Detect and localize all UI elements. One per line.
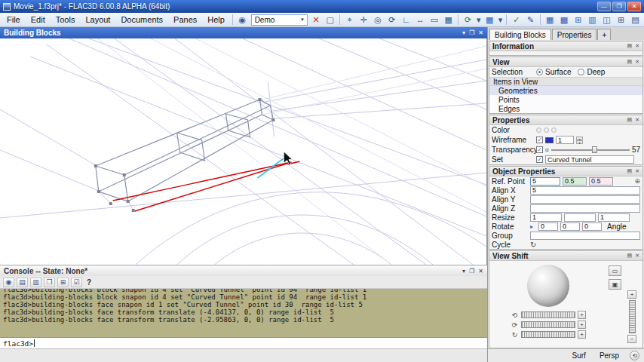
object-properties-close-icon[interactable]: ✕: [635, 168, 639, 174]
plot-dropdown-icon[interactable]: ▾: [498, 14, 504, 26]
data-icon[interactable]: ▥: [586, 14, 599, 26]
surface-radio-label[interactable]: Surface: [545, 68, 571, 76]
measure-icon[interactable]: ↔: [414, 14, 427, 26]
new-page-icon[interactable]: ▢: [324, 14, 336, 26]
view-shift-close-icon[interactable]: ✕: [635, 253, 639, 259]
zoom-out-button[interactable]: −: [627, 335, 636, 343]
save-log-icon[interactable]: ▥: [30, 278, 41, 287]
spin-down-icon[interactable]: ▾: [576, 140, 583, 144]
mesh-icon[interactable]: ▦: [544, 14, 557, 26]
fit-view-button[interactable]: ▣: [609, 279, 621, 290]
slider-handle[interactable]: [592, 146, 597, 153]
tile-windows-icon[interactable]: ⊞: [615, 14, 627, 26]
list-item-geometries[interactable]: Geometries: [489, 86, 642, 95]
orbit-icon[interactable]: ⟳: [385, 14, 398, 26]
cycle-icon[interactable]: ⟳: [462, 14, 474, 26]
snap-view-button[interactable]: ▭: [609, 265, 621, 276]
pane-float-icon[interactable]: ❐: [469, 29, 474, 36]
list-item-edges[interactable]: Edges: [489, 104, 642, 113]
rotate-x-field[interactable]: 0: [538, 222, 558, 231]
rotate-y-slider[interactable]: [521, 321, 575, 328]
select-icon[interactable]: ⌖: [343, 14, 356, 26]
resize-y-field[interactable]: [564, 213, 596, 222]
menu-item-tools[interactable]: Tools: [51, 14, 81, 25]
rotate-x-slider[interactable]: [521, 311, 575, 318]
surf-toggle-button[interactable]: Surf: [569, 351, 589, 360]
plane-icon[interactable]: ▭: [428, 14, 441, 26]
table-export-icon[interactable]: ⊞: [57, 278, 69, 287]
check-icon[interactable]: ✓: [510, 14, 523, 26]
align-y-field[interactable]: [530, 195, 640, 204]
color-swatch-1[interactable]: [536, 127, 541, 133]
pane-close-icon[interactable]: ✕: [478, 29, 483, 36]
console-menu-icon[interactable]: ▾: [462, 268, 465, 275]
edit-icon[interactable]: ✎: [524, 14, 537, 26]
color-swatch-3[interactable]: [551, 127, 557, 133]
information-collapse-icon[interactable]: ▤: [627, 43, 633, 49]
console-output[interactable]: flac3d>building-blocks block snapon id 4…: [0, 289, 487, 337]
view-select-dropdown[interactable]: Demo ▾: [251, 14, 308, 26]
rotate-z-plus-button[interactable]: +: [578, 330, 586, 339]
compass-icon[interactable]: ◉: [236, 14, 249, 26]
resize-z-field[interactable]: 1: [598, 213, 630, 222]
axes-icon[interactable]: ∟: [400, 14, 412, 26]
pan-icon[interactable]: ✛: [357, 14, 370, 26]
pane-menu-icon[interactable]: ▾: [462, 29, 465, 36]
tab-properties[interactable]: Properties: [552, 29, 597, 40]
close-button[interactable]: ✕: [627, 2, 641, 11]
zoom-icon[interactable]: ◎: [372, 14, 385, 26]
reset-view-button[interactable]: ⟲: [630, 351, 639, 360]
align-x-field[interactable]: 5: [530, 186, 640, 195]
rotate-y-plus-button[interactable]: +: [578, 321, 586, 329]
tab-add[interactable]: +: [597, 29, 611, 40]
trackball[interactable]: [527, 265, 569, 307]
zoom-slider[interactable]: [629, 300, 636, 333]
copy-icon[interactable]: ❐: [44, 278, 55, 287]
rotate-z-field[interactable]: 0: [582, 222, 602, 231]
list-item-points[interactable]: Points: [489, 95, 642, 104]
wireframe-width-field[interactable]: 1: [556, 136, 574, 144]
group-field[interactable]: [530, 232, 640, 240]
zones-icon[interactable]: ▩: [558, 14, 571, 26]
set-checkbox[interactable]: ✓: [536, 156, 543, 163]
menu-item-edit[interactable]: Edit: [26, 14, 51, 25]
view-close-icon[interactable]: ✕: [635, 59, 639, 65]
record-icon[interactable]: ◉: [3, 278, 14, 287]
ref-point-y-field[interactable]: 0.5: [563, 177, 587, 186]
console-help-button[interactable]: ?: [87, 278, 91, 287]
table-icon[interactable]: ⊞: [572, 14, 584, 26]
ref-point-x-field[interactable]: 5: [530, 177, 560, 186]
align-z-field[interactable]: [530, 204, 640, 213]
menu-item-layout[interactable]: Layout: [80, 14, 115, 25]
rotate-y-field[interactable]: 0: [560, 222, 580, 231]
surface-radio[interactable]: [536, 69, 543, 75]
properties-collapse-icon[interactable]: ▤: [627, 117, 633, 123]
deep-radio[interactable]: [578, 69, 584, 75]
viewport-3d[interactable]: [0, 38, 487, 265]
pick-point-icon[interactable]: ⊕: [634, 177, 640, 185]
plot-icon[interactable]: ▦: [483, 14, 496, 26]
zoom-in-button[interactable]: +: [627, 290, 636, 299]
object-properties-collapse-icon[interactable]: ▤: [627, 168, 633, 174]
view-shift-collapse-icon[interactable]: ▤: [627, 253, 633, 259]
menu-item-documents[interactable]: Documents: [115, 14, 168, 25]
delete-view-icon[interactable]: ✕: [310, 14, 323, 26]
menu-item-panes[interactable]: Panes: [168, 14, 202, 25]
rotate-x-plus-button[interactable]: +: [578, 311, 586, 319]
viewport-canvas[interactable]: [0, 38, 486, 265]
persp-toggle-button[interactable]: Persp: [596, 351, 622, 360]
grid-icon[interactable]: ▦: [442, 14, 455, 26]
rotate-z-slider[interactable]: [521, 331, 575, 338]
verify-icon[interactable]: ☑: [71, 278, 82, 287]
ref-point-z-field[interactable]: 0.5: [589, 177, 613, 186]
wireframe-color-swatch[interactable]: [545, 137, 554, 143]
transparency-slider[interactable]: [551, 146, 630, 153]
minimize-button[interactable]: —: [597, 2, 611, 11]
deep-radio-label[interactable]: Deep: [587, 68, 605, 76]
set-name-field[interactable]: Curved Tunnel: [545, 155, 634, 164]
resize-x-field[interactable]: 1: [530, 213, 562, 222]
view-collapse-icon[interactable]: ▤: [627, 59, 633, 65]
color-swatch-2[interactable]: [544, 127, 549, 133]
wireframe-checkbox[interactable]: ✓: [536, 137, 543, 143]
menu-item-help[interactable]: Help: [202, 14, 230, 25]
